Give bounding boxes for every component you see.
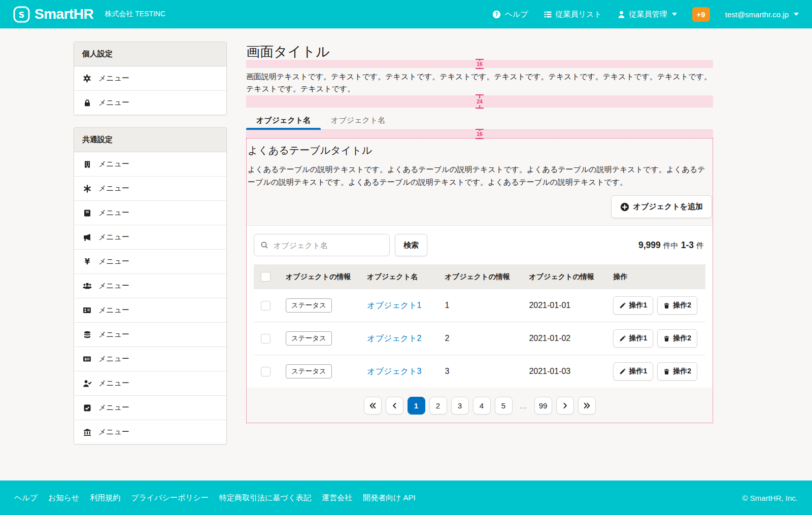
help-icon: ? bbox=[492, 10, 501, 19]
status-badge: ステータス bbox=[286, 331, 332, 346]
svg-text:S: S bbox=[19, 10, 25, 19]
spacing-annotation-24: 24 bbox=[246, 95, 713, 108]
account-menu[interactable]: test@smarthr.co.jp bbox=[725, 10, 799, 19]
result-range: 1-3 bbox=[681, 240, 694, 251]
pagination-prev-button[interactable] bbox=[386, 397, 403, 415]
table-panel: よくあるテーブルタイトル よくあるテーブルの説明テキストです。よくあるテーブルの… bbox=[246, 138, 713, 423]
sidebar-menu-label: メニュー bbox=[98, 257, 129, 266]
tab-object[interactable]: オブジェクト名 bbox=[321, 111, 395, 129]
svg-text:¥: ¥ bbox=[84, 258, 90, 266]
sidebar-menu-label: メニュー bbox=[98, 98, 129, 108]
copyright: © SmartHR, Inc. bbox=[742, 494, 798, 502]
table-column-header: オブジェクトの情報 bbox=[278, 264, 359, 289]
pagination-page-button[interactable]: … bbox=[517, 397, 530, 415]
sidebar-menu-item[interactable]: メニュー bbox=[74, 395, 226, 420]
sidebar: 個人設定 メニュー メニュー 共通設定 メニュー bbox=[74, 42, 227, 444]
sidebar-menu-label: メニュー bbox=[98, 379, 129, 388]
row-actions: 操作1 操作2 bbox=[613, 296, 697, 315]
landmark-icon bbox=[82, 428, 92, 436]
table-card: 検索 9,999 件中 1-3 件 bbox=[247, 225, 713, 388]
tab-object[interactable]: オブジェクト名 bbox=[246, 111, 321, 129]
svg-text:?: ? bbox=[495, 12, 498, 17]
sidebar-menu-label: メニュー bbox=[98, 208, 129, 218]
footer-link[interactable]: ヘルプ bbox=[14, 493, 38, 503]
sidebar-menu-item[interactable]: メニュー bbox=[74, 420, 226, 444]
sidebar-menu-item[interactable]: $ メニュー bbox=[74, 347, 226, 371]
row-actions: 操作1 操作2 bbox=[613, 329, 697, 348]
sidebar-menu-item[interactable]: メニュー bbox=[74, 66, 226, 90]
sidebar-menu-item[interactable]: メニュー bbox=[74, 152, 226, 176]
table-column-header: オブジェクト名 bbox=[359, 264, 436, 289]
pencil-icon bbox=[619, 302, 626, 309]
panel-title: よくあるテーブルタイトル bbox=[248, 144, 712, 157]
pagination-page-button[interactable]: 3 bbox=[451, 397, 469, 415]
delete-button[interactable]: 操作2 bbox=[657, 329, 697, 348]
add-object-button[interactable]: オブジェクトを追加 bbox=[611, 195, 712, 218]
footer-link[interactable]: 運営会社 bbox=[322, 493, 352, 503]
page-layout: 個人設定 メニュー メニュー 共通設定 メニュー bbox=[0, 28, 812, 480]
notification-badge[interactable]: +9 bbox=[692, 7, 710, 22]
tab-label: オブジェクト名 bbox=[256, 116, 311, 124]
sidebar-menu-item[interactable]: メニュー bbox=[74, 90, 226, 115]
sidebar-menu-label: メニュー bbox=[98, 427, 129, 437]
account-email: test@smarthr.co.jp bbox=[725, 10, 789, 19]
user-icon bbox=[617, 10, 626, 19]
pagination-page-button[interactable]: 1 bbox=[408, 397, 425, 415]
sidebar-menu-item[interactable]: メニュー bbox=[74, 322, 226, 347]
sidebar-menu-label: メニュー bbox=[98, 403, 129, 413]
spacing-annotation-16: 16 bbox=[246, 60, 713, 68]
row-checkbox[interactable] bbox=[261, 334, 270, 344]
sidebar-menu-item[interactable]: メニュー bbox=[74, 273, 226, 298]
sidebar-menu-item[interactable]: ¥ メニュー bbox=[74, 249, 226, 273]
object-info: 2 bbox=[436, 322, 521, 355]
object-link[interactable]: オブジェクト2 bbox=[367, 334, 421, 342]
footer-link[interactable]: 特定商取引法に基づく表記 bbox=[219, 493, 311, 503]
plus-circle-icon bbox=[620, 202, 629, 212]
object-link[interactable]: オブジェクト1 bbox=[367, 301, 421, 310]
object-link[interactable]: オブジェクト3 bbox=[367, 367, 421, 375]
footer-link[interactable]: お知らせ bbox=[48, 493, 79, 503]
sidebar-section-title: 共通設定 bbox=[74, 128, 226, 152]
sidebar-menu-item[interactable]: メニュー bbox=[74, 298, 226, 322]
pagination-page-button[interactable]: 99 bbox=[534, 397, 552, 415]
header-nav-item[interactable]: 従業員リスト bbox=[544, 10, 602, 19]
footer-link[interactable]: プライバシーポリシー bbox=[131, 493, 209, 503]
pagination-page-button[interactable]: 4 bbox=[473, 397, 491, 415]
sidebar-menu-item[interactable]: メニュー bbox=[74, 176, 226, 200]
lock-icon bbox=[82, 99, 92, 107]
footer-link[interactable]: 利用規約 bbox=[90, 493, 120, 503]
spacing-value: 16 bbox=[476, 131, 484, 138]
sidebar-menu-item[interactable]: メニュー bbox=[74, 371, 226, 395]
object-date: 2021-01-01 bbox=[521, 289, 605, 322]
edit-button[interactable]: 操作1 bbox=[613, 329, 653, 348]
pagination-last-button[interactable] bbox=[578, 397, 596, 415]
smarthr-logo[interactable]: S SmartHR bbox=[13, 6, 93, 23]
edit-button[interactable]: 操作1 bbox=[613, 362, 653, 381]
footer-link[interactable]: 開発者向け API bbox=[363, 493, 416, 503]
pagination: 1 2 3 4 5 … 99 bbox=[247, 397, 713, 415]
header-nav-item[interactable]: 従業員管理 bbox=[617, 10, 677, 19]
pagination-page-button[interactable]: 2 bbox=[429, 397, 447, 415]
pagination-next-button[interactable] bbox=[556, 397, 574, 415]
search-button[interactable]: 検索 bbox=[395, 234, 427, 256]
row-checkbox[interactable] bbox=[261, 301, 270, 311]
sidebar-menu-item[interactable]: メニュー bbox=[74, 200, 226, 225]
pagination-page-button[interactable]: 5 bbox=[495, 397, 513, 415]
edit-button[interactable]: 操作1 bbox=[613, 296, 653, 315]
tab-label: オブジェクト名 bbox=[331, 116, 385, 124]
row-checkbox[interactable] bbox=[261, 367, 270, 376]
delete-button[interactable]: 操作2 bbox=[657, 296, 697, 315]
header-nav-item[interactable]: ? ヘルプ bbox=[492, 10, 528, 19]
delete-button[interactable]: 操作2 bbox=[657, 362, 697, 381]
spacing-value: 16 bbox=[476, 61, 484, 67]
building-icon bbox=[82, 160, 92, 168]
header-nav-label: 従業員リスト bbox=[556, 10, 602, 19]
select-all-checkbox[interactable] bbox=[261, 272, 270, 282]
sidebar-menu-item[interactable]: メニュー bbox=[74, 225, 226, 249]
search-input[interactable] bbox=[273, 241, 383, 250]
pagination-first-button[interactable] bbox=[364, 397, 382, 415]
add-object-label: オブジェクトを追加 bbox=[633, 202, 703, 212]
search-row: 検索 9,999 件中 1-3 件 bbox=[247, 226, 713, 264]
status-badge: ステータス bbox=[286, 364, 332, 379]
company-name: 株式会社 TESTINC bbox=[105, 10, 165, 19]
